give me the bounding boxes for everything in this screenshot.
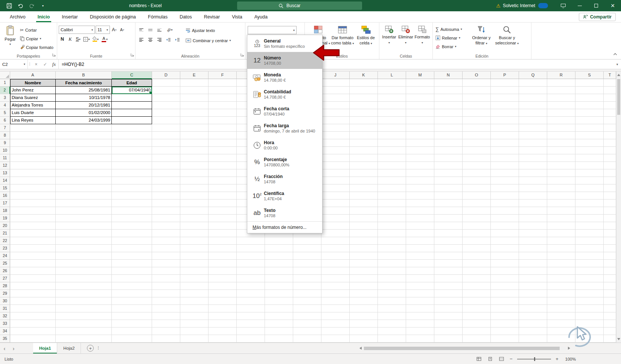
grid-cell[interactable] [209,132,237,139]
grid-cell[interactable] [519,147,547,154]
grid-cell[interactable] [152,162,180,169]
grid-cell[interactable] [463,275,491,282]
grid-cell[interactable] [112,267,152,275]
grid-cell[interactable]: 25/08/1981 [56,87,112,94]
grid-cell[interactable] [180,275,209,282]
grid-cell[interactable] [547,192,575,200]
grid-cell[interactable] [519,139,547,147]
grid-cell[interactable] [321,117,350,124]
grid-cell[interactable] [237,297,265,305]
format-cells-button[interactable]: Formato▾ [414,24,431,52]
dialog-launcher-font[interactable] [131,51,134,58]
grid-cell[interactable] [463,230,491,237]
grid-cell[interactable] [10,237,56,245]
grid-cell[interactable] [321,177,350,184]
grid-cell[interactable] [547,335,575,343]
grid-cell[interactable] [604,312,616,320]
grid-cell[interactable] [604,162,616,169]
row-header-35[interactable]: 35 [0,335,10,343]
grid-cell[interactable] [152,79,180,87]
copy-button[interactable]: Copiar▾ [19,35,55,43]
grid-cell[interactable] [406,139,434,147]
grid-cell[interactable] [209,102,237,109]
grid-cell[interactable] [321,327,350,335]
fill-button[interactable]: Rellenar▾ [434,34,469,42]
grid-cell[interactable] [56,245,112,252]
grid-cell[interactable] [350,245,378,252]
row-header-2[interactable]: 2 [0,87,10,94]
row-header-24[interactable]: 24 [0,252,10,260]
grid-cell[interactable] [237,335,265,343]
format-option-general[interactable]: 123GeneralSin formato específico [247,35,322,52]
grid-cell[interactable] [575,192,604,200]
grid-cell[interactable] [547,109,575,117]
grid-cell[interactable] [547,117,575,124]
grid-cell[interactable] [350,117,378,124]
grid-cell[interactable] [604,252,616,260]
grid-cell[interactable] [209,162,237,169]
grid-cell[interactable] [406,312,434,320]
grid-cell[interactable] [434,94,463,102]
horizontal-scrollbar[interactable] [359,346,570,351]
grid-cell[interactable] [293,260,321,267]
grid-cell[interactable] [463,177,491,184]
grid-cell[interactable] [463,132,491,139]
grid-cell[interactable] [265,252,293,260]
grid-cell[interactable] [575,162,604,169]
grid-cell[interactable] [434,260,463,267]
grid-cell[interactable] [209,87,237,94]
grid-cell[interactable] [434,335,463,343]
grid-cell[interactable] [491,260,519,267]
grid-cell[interactable] [575,124,604,132]
grid-cell[interactable] [519,282,547,290]
grid-cell[interactable] [547,162,575,169]
grid-cell[interactable]: 24/03/1999 [56,117,112,124]
format-option-long-date[interactable]: Fecha largadomingo, 7 de abril de 1940 [247,120,322,137]
grid-cell[interactable] [378,139,406,147]
grid-cell[interactable] [293,252,321,260]
grid-cell[interactable] [406,87,434,94]
grid-cell[interactable] [575,260,604,267]
search-bar[interactable]: Buscar [237,2,362,10]
find-select-button[interactable]: Buscar y seleccionar ▾ [494,24,520,52]
grid-cell[interactable] [575,139,604,147]
grid-cell[interactable] [378,117,406,124]
grid-cell[interactable] [10,147,56,154]
grid-cell[interactable] [604,297,616,305]
enter-entry-button[interactable]: ✓ [41,59,50,69]
grid-cell[interactable] [10,184,56,192]
grid-cell[interactable] [180,139,209,147]
grid-cell[interactable] [152,297,180,305]
grid-cell[interactable] [293,237,321,245]
grid-cell[interactable] [180,297,209,305]
grid-cell[interactable] [434,327,463,335]
grid-cell[interactable] [152,87,180,94]
grid-cell[interactable] [463,200,491,207]
grid-cell[interactable] [463,290,491,297]
grid-cell[interactable] [180,290,209,297]
column-header-s[interactable]: S [575,72,604,79]
column-header-l[interactable]: L [378,72,406,79]
normal-view-button[interactable] [475,357,482,361]
grid-cell[interactable] [180,162,209,169]
grid-cell[interactable] [547,215,575,222]
row-header-9[interactable]: 9 [0,139,10,147]
grid-cell[interactable] [112,237,152,245]
grid-cell[interactable] [321,154,350,162]
grid-cell[interactable] [406,297,434,305]
grid-cell[interactable] [180,94,209,102]
grid-cell[interactable] [237,312,265,320]
grid-cell[interactable] [519,102,547,109]
row-header-13[interactable]: 13 [0,169,10,177]
grid-cell[interactable] [378,282,406,290]
grid-cell[interactable] [463,162,491,169]
grid-cell[interactable] [56,222,112,230]
grid-cell[interactable] [406,320,434,327]
grid-cell[interactable] [463,207,491,215]
grid-cell[interactable] [575,87,604,94]
grid-cell[interactable] [321,102,350,109]
tab-insertar[interactable]: Insertar [56,11,84,22]
grid-cell[interactable] [10,327,56,335]
dialog-launcher-clipboard[interactable] [52,51,56,58]
grid-cell[interactable] [265,275,293,282]
